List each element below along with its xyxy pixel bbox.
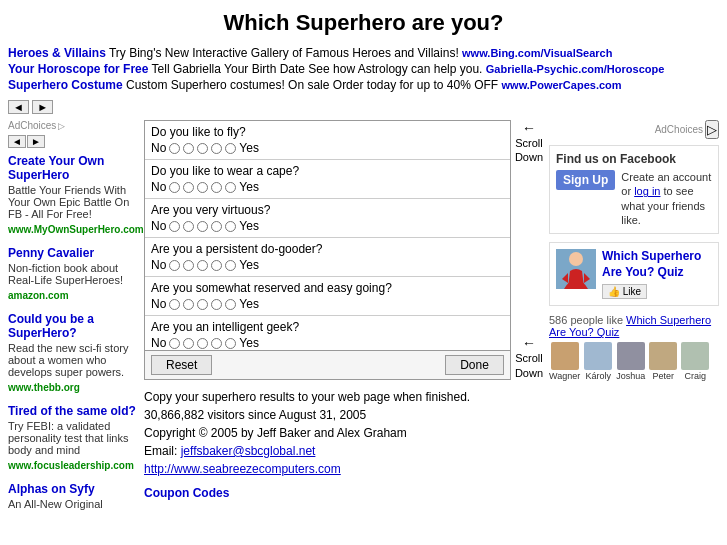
radio-5-3[interactable] [197,338,208,349]
sidebar-ad-2-url[interactable]: amazon.com [8,290,69,301]
ad-line-1: Heroes & Villains Try Bing's New Interac… [8,46,719,60]
radio-2-5[interactable] [225,221,236,232]
ad-link-3[interactable]: Superhero Costume [8,78,123,92]
sidebar-ad-4-url[interactable]: www.focusleadership.com [8,460,134,471]
scroll-section: ← ScrollDown ← ScrollDown [515,120,543,380]
nav-forward-button[interactable]: ► [32,100,53,114]
radio-1-5[interactable] [225,182,236,193]
coupon-link[interactable]: Coupon Codes [144,484,543,502]
quiz-wrapper: Do you like to fly? No Yes Do you like t… [144,120,543,380]
radio-2-2[interactable] [183,221,194,232]
radio-5-5[interactable] [225,338,236,349]
radio-4-5[interactable] [225,299,236,310]
quiz-questions[interactable]: Do you like to fly? No Yes Do you like t… [145,121,510,351]
fb-login-link[interactable]: log in [634,185,660,197]
email-link[interactable]: jeffsbaker@sbcglobal.net [181,444,316,458]
superhero-quiz-inner: Which Superhero Are You? Quiz 👍 Like [556,249,712,299]
sidebar-ad-3-link[interactable]: Could you be a SuperHero? [8,312,94,340]
ad-link-1[interactable]: Heroes & Villains [8,46,106,60]
avatar-name-3: Peter [652,371,674,381]
radio-5-1[interactable] [169,338,180,349]
ad-prev-button[interactable]: ◄ [8,135,26,148]
question-text-5: Are you an intelligent geek? [151,320,504,334]
right-sidebar: AdChoices ▷ Find us on Facebook Sign Up … [549,120,719,520]
answer-row-2: No Yes [151,219,504,233]
radio-4-1[interactable] [169,299,180,310]
radio-group-3[interactable] [169,260,236,271]
answer-row-0: No Yes [151,141,504,155]
question-text-1: Do you like to wear a cape? [151,164,504,178]
sidebar-ad-1-text: Battle Your Friends With Your Own Epic B… [8,184,138,220]
adchoices-right-info[interactable]: ▷ [705,120,719,139]
scroll-bottom: ← ScrollDown [515,335,543,380]
sidebar-ad-2-link[interactable]: Penny Cavalier [8,246,94,260]
like-icon: 👍 [608,286,620,297]
radio-5-2[interactable] [183,338,194,349]
no-label-5: No [151,336,166,350]
radio-1-1[interactable] [169,182,180,193]
top-ads-section: Heroes & Villains Try Bing's New Interac… [0,44,727,98]
radio-4-2[interactable] [183,299,194,310]
sidebar-ad-1-url[interactable]: www.MyOwnSuperHero.com [8,224,144,235]
ad-link-2[interactable]: Your Horoscope for Free [8,62,148,76]
radio-1-4[interactable] [211,182,222,193]
question-text-0: Do you like to fly? [151,125,504,139]
question-text-4: Are you somewhat reserved and easy going… [151,281,504,295]
radio-1-3[interactable] [197,182,208,193]
radio-group-5[interactable] [169,338,236,349]
radio-group-2[interactable] [169,221,236,232]
radio-0-2[interactable] [183,143,194,154]
quiz-buttons: Reset Done [145,351,510,379]
radio-0-3[interactable] [197,143,208,154]
yes-label-5: Yes [239,336,259,350]
radio-1-2[interactable] [183,182,194,193]
radio-4-4[interactable] [211,299,222,310]
radio-2-1[interactable] [169,221,180,232]
radio-0-1[interactable] [169,143,180,154]
ad-next-button[interactable]: ► [27,135,45,148]
sidebar-ad-1-link[interactable]: Create Your Own SuperHero [8,154,104,182]
sidebar-ad-4-link[interactable]: Tired of the same old? [8,404,136,418]
sidebar-ad-5-link[interactable]: Alphas on Syfy [8,482,95,496]
like-button[interactable]: 👍 Like [602,284,647,299]
website-link[interactable]: http://www.seabreezecomputers.com [144,462,341,476]
ad-nav-arrows: ◄ ► [8,135,138,148]
avatar-img-3 [649,342,677,370]
radio-group-0[interactable] [169,143,236,154]
avatar-img-2 [617,342,645,370]
radio-2-4[interactable] [211,221,222,232]
radio-0-4[interactable] [211,143,222,154]
avatar-img-0 [551,342,579,370]
sidebar-ad-3: Could you be a SuperHero? Read the new s… [8,312,138,394]
done-button[interactable]: Done [445,355,504,375]
superhero-quiz-box: Which Superhero Are You? Quiz 👍 Like [549,242,719,306]
no-label-3: No [151,258,166,272]
radio-3-3[interactable] [197,260,208,271]
visitors-text: 30,866,882 visitors since August 31, 200… [144,406,543,424]
radio-group-1[interactable] [169,182,236,193]
main-layout: AdChoices ▷ ◄ ► Create Your Own SuperHer… [0,116,727,524]
center-content: Do you like to fly? No Yes Do you like t… [144,120,543,520]
radio-3-1[interactable] [169,260,180,271]
quiz-title-link[interactable]: Which Superhero Are You? Quiz [602,249,701,279]
ad-url-1-link[interactable]: www.Bing.com/VisualSearch [462,47,612,59]
answer-row-4: No Yes [151,297,504,311]
radio-group-4[interactable] [169,299,236,310]
radio-4-3[interactable] [197,299,208,310]
sidebar-ad-3-url[interactable]: www.thebb.org [8,382,80,393]
facebook-title: Find us on Facebook [556,152,712,166]
adchoices-left-info[interactable]: ▷ [58,121,65,131]
radio-3-5[interactable] [225,260,236,271]
reset-button[interactable]: Reset [151,355,212,375]
email-label: Email: [144,444,177,458]
nav-back-button[interactable]: ◄ [8,100,29,114]
radio-3-2[interactable] [183,260,194,271]
yes-label-0: Yes [239,141,259,155]
question-text-3: Are you a persistent do-gooder? [151,242,504,256]
radio-3-4[interactable] [211,260,222,271]
sidebar-ad-4: Tired of the same old? Try FEBI: a valid… [8,404,138,472]
fb-signup-button[interactable]: Sign Up [556,170,615,190]
radio-2-3[interactable] [197,221,208,232]
radio-0-5[interactable] [225,143,236,154]
radio-5-4[interactable] [211,338,222,349]
